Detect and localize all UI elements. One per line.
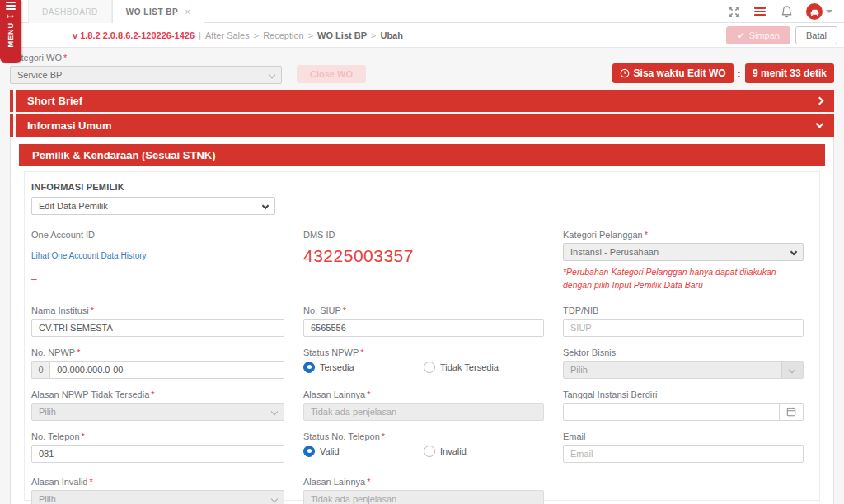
no-telepon-input[interactable] [31,445,284,463]
fullscreen-icon[interactable] [727,5,740,18]
red-menu-icon[interactable] [753,5,767,18]
arrow-right-icon: ↦ [7,12,14,21]
pemilik-kendaraan-header[interactable]: Pemilik & Kendaraan (Sesuai STNK) [19,144,825,166]
radio-tidak-tersedia[interactable]: Tidak Tersedia [424,362,539,373]
radio-tidak-tersedia-label: Tidak Tersedia [440,362,499,372]
alasan-invalid-field: Alasan Invalid* Pilih [31,477,284,504]
form-row-4: Alasan NPWP Tidak Tersedia* Pilih Alasan… [31,390,813,421]
required-mark: * [343,306,346,315]
email-field: Email [563,432,804,463]
kategori-wo-select[interactable]: Service BP [10,66,282,84]
no-npwp-input[interactable] [49,361,284,379]
avatar-car-icon [806,3,823,20]
informasi-umum-header[interactable]: Informasi Umum [16,114,834,137]
npwp-prefix: 0 [31,361,49,379]
tanggal-instansi-input[interactable] [563,403,804,421]
required-mark: * [367,477,370,487]
sektor-bisnis-select[interactable]: Pilih [563,361,804,379]
alasan-npwp-value: Pilih [39,407,56,417]
kategori-pelanggan-select[interactable]: Instansi - Perusahaan [563,243,804,261]
chevron-down-icon [271,495,278,502]
alasan-npwp-select[interactable]: Pilih [31,403,284,421]
form-row-5: No. Telepon* Status No. Telepon* Valid [31,432,813,463]
mode-select-value: Edit Data Pemilik [39,201,108,211]
close-wo-label: Close WO [310,69,353,79]
tab-dashboard[interactable]: DASHBOARD [28,0,112,23]
breadcrumb-chevron: > [254,30,259,40]
notifications-bell-icon[interactable] [780,5,793,18]
one-account-id-field: One Account ID Lihat One Account Data Hi… [31,230,284,285]
required-mark: * [91,306,94,315]
chevron-down-icon [269,72,275,78]
sektor-bisnis-value: Pilih [570,365,588,375]
email-input[interactable] [563,445,804,463]
required-mark: * [151,390,154,399]
no-siup-input[interactable] [303,319,544,337]
navbar-icons [727,0,832,23]
breadcrumb-separator: | [199,30,201,40]
radio-valid-label: Valid [320,446,340,456]
accent-strip [10,114,13,137]
informasi-umum-panel: Pemilik & Kendaraan (Sesuai STNK) INFORM… [10,137,834,504]
calendar-icon[interactable] [779,403,804,421]
status-npwp-field: Status NPWP* Tersedia Tidak Tersedia [303,348,544,373]
one-account-id-value: – [31,273,284,285]
alasan-lainnya-npwp-field: Alasan Lainnya* [303,390,544,421]
email-label: Email [563,432,804,441]
breadcrumb-chevron: > [308,30,313,40]
chevron-down-icon [816,120,824,128]
short-brief-header[interactable]: Short Brief [16,90,834,112]
radio-tersedia[interactable]: Tersedia [303,362,419,373]
alasan-npwp-label: Alasan NPWP Tidak Tersedia* [31,390,284,399]
alasan-lainnya-npwp-label: Alasan Lainnya* [303,390,544,399]
tdp-nib-label: TDP/NIB [563,306,804,315]
required-mark: * [360,348,363,357]
radio-valid[interactable]: Valid [303,446,419,457]
nama-institusi-input[interactable] [31,319,284,337]
alasan-lainnya-telepon-label: Alasan Lainnya* [303,477,544,487]
no-telepon-field: No. Telepon* [31,432,284,463]
accordion-informasi-umum: Informasi Umum [10,114,834,137]
user-menu[interactable] [806,3,832,20]
chevron-down-icon [262,203,269,209]
radio-invalid-label: Invalid [440,446,467,456]
clock-icon [620,68,630,78]
form-row-2: Nama Institusi* No. SIUP* TDP/NIB [31,306,813,337]
tdp-nib-input[interactable] [563,319,804,337]
required-mark: * [90,477,93,487]
radio-invalid[interactable]: Invalid [424,446,539,457]
app-version: v 1.8.2 2.0.8.6.2-120226-1426 [73,30,195,40]
close-wo-button[interactable]: Close WO [297,65,366,83]
required-mark: * [382,432,385,441]
data-pemilik-mode-select[interactable]: Edit Data Pemilik [31,197,275,215]
kategori-pelanggan-value: Instansi - Perusahaan [570,247,659,257]
main-menu-button[interactable]: ↦ MENU [0,0,21,63]
dms-id-field: DMS ID 43225003357 [303,230,544,266]
cancel-button[interactable]: Batal [795,26,837,44]
one-account-history-link[interactable]: Lihat One Account Data History [31,251,147,260]
radio-unchecked-icon [424,446,435,457]
alasan-invalid-select[interactable]: Pilih [31,490,284,504]
breadcrumb-reception[interactable]: Reception [263,30,304,40]
hamburger-icon [6,2,16,10]
status-telepon-label: Status No. Telepon* [303,432,544,441]
alasan-lainnya-telepon-field: Alasan Lainnya* [303,477,544,504]
tab-wo-list-bp[interactable]: WO LIST BP × [112,0,204,24]
required-mark: * [82,432,85,441]
pemilik-kendaraan-title: Pemilik & Kendaraan (Sesuai STNK) [32,149,216,161]
alasan-npwp-field: Alasan NPWP Tidak Tersedia* Pilih [31,390,284,421]
form-row-1: One Account ID Lihat One Account Data Hi… [31,230,813,292]
required-mark: * [77,348,80,357]
breadcrumb-after-sales[interactable]: After Sales [205,30,250,40]
select-chevron-box [781,362,803,378]
informasi-pemilik-card: INFORMASI PEMILIK Edit Data Pemilik One … [24,171,820,501]
breadcrumb-wo-list-bp[interactable]: WO List BP [317,30,367,40]
save-button[interactable]: ✔ Simpan [726,26,790,44]
tab-close-icon[interactable]: × [185,7,190,16]
nama-institusi-field: Nama Institusi* [31,306,284,337]
app-window: ↦ MENU DASHBOARD WO LIST BP × [0,0,844,504]
no-npwp-label: No. NPWP* [31,348,284,357]
tanggal-instansi-field: Tanggal Instansi Berdiri [563,390,804,421]
required-mark: * [645,230,648,240]
no-telepon-label: No. Telepon* [31,432,284,441]
